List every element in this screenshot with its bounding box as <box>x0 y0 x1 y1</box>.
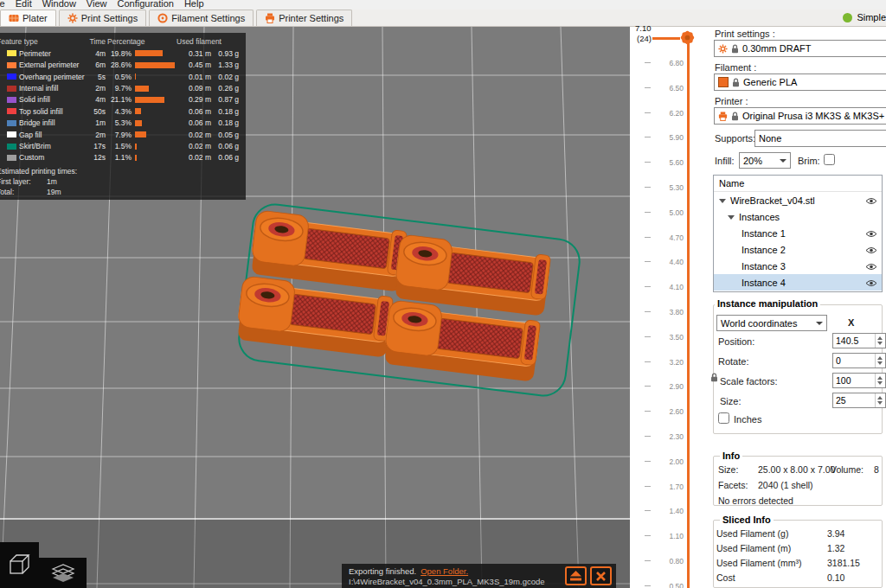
chevron-down-icon <box>780 159 786 166</box>
instance-row-1[interactable]: Instance 1 <box>714 225 882 241</box>
layers-view-thumbnail[interactable] <box>39 558 87 588</box>
used-filament-m-label: Used Filament (m) <box>716 543 791 553</box>
coordinates-select[interactable]: World coordinates <box>716 315 827 331</box>
feature-weight: 0.93 g <box>211 49 239 58</box>
eye-icon[interactable] <box>865 229 877 240</box>
object-list-header: Name <box>714 176 882 192</box>
instance-label: Instance 1 <box>742 228 786 239</box>
view-cube-thumbnail[interactable] <box>0 542 39 588</box>
tab-filament-settings[interactable]: Filament Settings <box>149 10 254 26</box>
stats-row-skirt-brim: Skirt/Brim17s1.5%0.02 m0.06 g <box>0 140 246 151</box>
layer-slider-handle[interactable] <box>679 29 696 46</box>
slider-cog-icon <box>679 29 696 46</box>
feature-label: Bridge infill <box>19 118 85 127</box>
size-x-input[interactable] <box>833 393 875 407</box>
first-layer-label: First layer: <box>0 176 47 187</box>
info-size-value: 25.00 x 8.00 x 7.00 <box>758 464 835 475</box>
current-layer-number: (24) <box>637 34 652 43</box>
layer-tick: 0.80 <box>630 556 690 566</box>
menu-window[interactable]: Window <box>37 0 81 9</box>
stats-row-top-solid-infill: Top solid infill50s4.3%0.06 m0.18 g <box>0 105 246 116</box>
printer-select[interactable]: Original Prusa i3 MK3S & MK3S+ <box>714 107 886 125</box>
filament-color-swatch <box>718 77 729 87</box>
feature-color-chip <box>7 120 16 126</box>
percentage-bar <box>135 74 136 80</box>
tab-plater[interactable]: Plater <box>0 10 56 26</box>
open-folder-link[interactable]: Open Folder. <box>421 566 468 576</box>
infill-select[interactable]: 20% <box>739 152 791 169</box>
uniform-scale-lock-icon[interactable] <box>710 373 718 384</box>
layer-tick: 2.00 <box>630 457 690 466</box>
layers-icon <box>48 563 78 584</box>
brim-checkbox[interactable] <box>824 154 835 165</box>
instance-row-4-selected[interactable]: Instance 4 <box>714 274 882 291</box>
right-sidebar: Print settings : 0.30mm DRAFT Filament :… <box>709 27 886 588</box>
eye-icon[interactable] <box>865 246 877 256</box>
feature-pct: 21.1% <box>106 95 132 104</box>
instance-row-3[interactable]: Instance 3 <box>714 258 882 274</box>
feature-time: 4m <box>85 49 106 58</box>
menu-view[interactable]: View <box>81 0 112 9</box>
print-settings-select[interactable]: 0.30mm DRAFT <box>714 40 886 57</box>
instance-label: Instance 4 <box>742 278 786 288</box>
feature-length: 0.45 m <box>175 61 211 69</box>
feature-length: 0.02 m <box>175 131 211 139</box>
menu-edit[interactable]: Edit <box>10 0 37 9</box>
percentage-bar <box>135 86 149 92</box>
mode-indicator[interactable]: Simple <box>839 12 886 22</box>
printer-icon <box>265 13 275 23</box>
size-label: Size: <box>720 396 741 406</box>
menu-help[interactable]: Help <box>179 0 209 9</box>
used-filament-mm3-value: 3181.15 <box>827 558 860 568</box>
feature-color-chip <box>7 144 16 150</box>
instance-label: Instance 3 <box>742 261 786 272</box>
used-filament-mm3-label: Used Filament (mm³) <box>716 558 802 568</box>
spinner-icon[interactable] <box>875 354 884 368</box>
3d-viewport[interactable]: Feature type Time Percentage Used filame… <box>0 27 630 588</box>
feature-weight: 0.06 g <box>211 142 239 150</box>
spinner-icon[interactable] <box>875 334 884 348</box>
close-notification-button[interactable] <box>590 566 612 585</box>
spinner-icon[interactable] <box>875 393 884 407</box>
infill-label: Infill: <box>715 156 735 166</box>
filament-value: Generic PLA <box>743 77 797 87</box>
simple-mode-dot-icon <box>843 13 852 22</box>
position-x-input[interactable] <box>833 334 875 348</box>
eject-removable-drive-button[interactable] <box>565 566 587 585</box>
slider-top-marker <box>652 37 680 40</box>
eye-icon[interactable] <box>865 196 877 207</box>
feature-time: 50s <box>85 107 106 116</box>
tab-print-settings-label: Print Settings <box>81 13 138 23</box>
filament-label: Filament : <box>715 62 756 73</box>
scale-x-input[interactable] <box>833 374 875 387</box>
supports-select[interactable]: None <box>754 130 886 147</box>
spinner-icon[interactable] <box>875 374 884 387</box>
menu-file[interactable]: File <box>0 0 10 9</box>
feature-weight: 0.18 g <box>211 107 239 116</box>
tab-print-settings[interactable]: Print Settings <box>59 10 146 26</box>
eye-icon[interactable] <box>865 262 877 272</box>
stats-row-custom: Custom12s1.1%0.02 m0.06 g <box>0 151 246 163</box>
collapse-icon[interactable] <box>719 199 726 207</box>
inches-checkbox[interactable] <box>718 412 729 424</box>
collapse-icon[interactable] <box>728 215 735 223</box>
layer-tick: 4.40 <box>630 257 690 266</box>
feature-label: Solid infill <box>19 95 85 104</box>
info-errors-text: No errors detected <box>718 495 793 506</box>
instances-group-row[interactable]: Instances <box>714 208 882 225</box>
object-row[interactable]: WireBracket_v04.stl <box>714 192 882 208</box>
instance-row-2[interactable]: Instance 2 <box>714 241 882 258</box>
percentage-bar <box>135 144 137 150</box>
rotate-x-input[interactable] <box>833 354 875 368</box>
info-volume-label: Volume: <box>831 464 864 475</box>
sliced-info-title: Sliced Info <box>720 514 774 525</box>
feature-label: External perimeter <box>19 61 85 69</box>
size-x-field <box>832 393 886 408</box>
print-settings-value: 0.30mm DRAFT <box>742 43 811 54</box>
layer-tick: 6.80 <box>630 58 690 67</box>
tab-printer-settings[interactable]: Printer Settings <box>256 10 352 26</box>
menu-configuration[interactable]: Configuration <box>112 0 178 9</box>
eye-icon[interactable] <box>865 278 877 289</box>
feature-color-chip <box>7 131 16 137</box>
filament-select[interactable]: Generic PLA <box>714 74 886 91</box>
